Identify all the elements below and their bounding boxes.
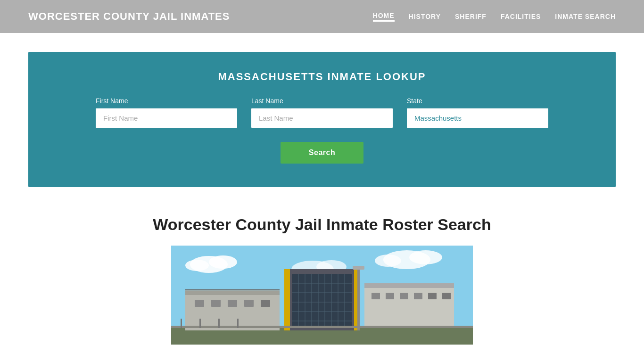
first-name-label: First Name — [96, 97, 237, 105]
svg-rect-41 — [428, 293, 437, 299]
nav-facilities[interactable]: FACILITIES — [501, 13, 541, 20]
svg-point-2 — [209, 255, 237, 269]
search-button-row: Search — [57, 142, 587, 164]
search-button[interactable]: Search — [281, 142, 363, 164]
svg-rect-14 — [211, 300, 221, 307]
svg-rect-37 — [372, 293, 380, 299]
lookup-title: MASSACHUSETTS INMATE LOOKUP — [57, 71, 587, 83]
jail-image-container — [28, 246, 616, 345]
last-name-input[interactable] — [251, 108, 393, 128]
svg-rect-17 — [261, 300, 270, 307]
jail-building-image — [171, 246, 473, 345]
first-name-group: First Name — [96, 97, 237, 128]
svg-rect-36 — [364, 283, 454, 288]
svg-rect-16 — [244, 300, 254, 307]
svg-rect-48 — [357, 267, 360, 330]
nav-home[interactable]: HOME — [373, 12, 395, 22]
svg-point-6 — [375, 255, 401, 267]
main-nav: HOME HISTORY SHERIFF FACILITIES INMATE S… — [373, 12, 616, 22]
svg-rect-21 — [292, 274, 352, 326]
svg-rect-40 — [414, 293, 422, 299]
last-name-label: Last Name — [251, 97, 393, 105]
svg-rect-9 — [171, 328, 473, 345]
nav-sheriff[interactable]: SHERIFF — [455, 13, 487, 20]
svg-rect-35 — [364, 286, 454, 328]
svg-point-5 — [409, 250, 442, 264]
roster-title: Worcester County Jail Inmate Roster Sear… — [28, 215, 616, 234]
svg-rect-42 — [442, 293, 451, 299]
svg-rect-47 — [237, 319, 239, 328]
jail-building-svg — [171, 246, 473, 345]
svg-rect-44 — [181, 319, 182, 328]
state-group: State — [407, 97, 548, 128]
svg-rect-39 — [400, 293, 408, 299]
nav-history[interactable]: HISTORY — [409, 13, 441, 20]
state-input[interactable] — [407, 108, 548, 128]
main-content: Worcester County Jail Inmate Roster Sear… — [0, 206, 644, 359]
first-name-input[interactable] — [96, 108, 237, 128]
svg-rect-43 — [171, 326, 473, 328]
inmate-lookup-panel: MASSACHUSETTS INMATE LOOKUP First Name L… — [28, 52, 616, 187]
svg-rect-13 — [195, 300, 204, 307]
svg-rect-46 — [218, 319, 220, 328]
svg-rect-45 — [199, 319, 201, 328]
search-fields-row: First Name Last Name State — [57, 97, 587, 128]
last-name-group: Last Name — [251, 97, 393, 128]
svg-point-3 — [185, 260, 209, 271]
site-header: WORCESTER COUNTY JAIL INMATES HOME HISTO… — [0, 0, 644, 33]
nav-inmate-search[interactable]: INMATE SEARCH — [555, 13, 616, 20]
svg-rect-49 — [353, 266, 364, 270]
svg-rect-11 — [185, 290, 280, 295]
site-title: WORCESTER COUNTY JAIL INMATES — [28, 10, 230, 23]
svg-rect-38 — [386, 293, 394, 299]
svg-rect-19 — [284, 269, 290, 330]
state-label: State — [407, 97, 548, 105]
svg-rect-15 — [228, 300, 237, 307]
